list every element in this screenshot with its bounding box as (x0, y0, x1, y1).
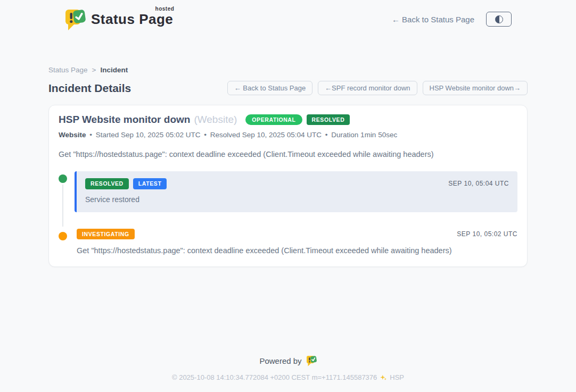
copyright-suffix: HSP (390, 373, 404, 381)
prev-incident-button[interactable]: ←SPF record monitor down (318, 81, 417, 95)
operational-status-badge: OPERATIONAL (245, 114, 302, 126)
brand-logo-link[interactable]: Status Page hosted (64, 7, 173, 31)
copyright-line: © 2025-10-08 14:10:34.772084 +0200 CEST … (0, 373, 576, 381)
incident-description: Get "https://hostedstatus.page": context… (59, 150, 517, 159)
incident-title: HSP Website monitor down (59, 114, 190, 126)
main-content: Status Page > Incident Incident Details … (48, 66, 528, 267)
incident-nav-buttons: ← Back to Status Page ←SPF record monito… (227, 81, 528, 95)
page-footer: Powered by © 2025-10-08 14:10:34.772084 … (0, 355, 576, 392)
meta-duration: Duration 1min 50sec (331, 131, 397, 139)
resolved-badge: RESOLVED (85, 178, 129, 189)
breadcrumb-incident: Incident (100, 66, 128, 74)
meta-service-name: Website (59, 131, 86, 139)
timeline-message: Service restored (85, 195, 509, 204)
copyright-text: © 2025-10-08 14:10:34.772084 +0200 CEST … (172, 373, 377, 381)
brand-logo-icon (64, 7, 86, 31)
timeline-highlight-box: RESOLVED LATEST SEP 10, 05:04 UTC Servic… (75, 171, 517, 212)
page-title: Incident Details (48, 82, 131, 95)
sparkles-icon (380, 374, 387, 381)
timeline-entry-investigating: INVESTIGATING SEP 10, 05:02 UTC Get "htt… (59, 229, 517, 255)
latest-badge: LATEST (133, 178, 167, 189)
breadcrumb-status-page[interactable]: Status Page (48, 66, 88, 74)
timeline-message: Get "https://hostedstatus.page": context… (77, 246, 517, 255)
header-back-to-status-page-link[interactable]: ← Back to Status Page (392, 15, 474, 24)
powered-by: Powered by (0, 355, 576, 366)
investigating-badge: INVESTIGATING (77, 229, 135, 240)
meta-started: Started Sep 10, 2025 05:02 UTC (96, 131, 201, 139)
timeline-dot-orange (59, 232, 67, 240)
incident-card: HSP Website monitor down (Website) OPERA… (48, 105, 528, 267)
theme-toggle-button[interactable] (486, 12, 512, 27)
brand-name: Status Page hosted (91, 11, 173, 28)
back-to-status-page-button[interactable]: ← Back to Status Page (227, 81, 312, 95)
timeline-dot-green (59, 174, 67, 183)
next-incident-button[interactable]: HSP Website monitor down→ (423, 81, 528, 95)
incident-timeline: RESOLVED LATEST SEP 10, 05:04 UTC Servic… (59, 171, 517, 255)
brand-logo-small-icon[interactable] (306, 355, 317, 366)
meta-separator: • (204, 131, 207, 139)
brand-superscript: hosted (155, 6, 175, 12)
meta-resolved: Resolved Sep 10, 2025 05:04 UTC (210, 131, 322, 139)
resolved-state-badge: RESOLVED (307, 114, 350, 126)
half-moon-icon (495, 15, 503, 23)
powered-by-label: Powered by (259, 356, 301, 365)
incident-meta: Website • Started Sep 10, 2025 05:02 UTC… (59, 131, 517, 139)
timeline-entry-resolved: RESOLVED LATEST SEP 10, 05:04 UTC Servic… (59, 171, 517, 212)
meta-separator: • (325, 131, 328, 139)
page-header: Status Page hosted ← Back to Status Page (48, 7, 528, 31)
breadcrumb-separator: > (92, 66, 96, 74)
breadcrumb: Status Page > Incident (48, 66, 528, 74)
timeline-timestamp: SEP 10, 05:04 UTC (448, 180, 509, 187)
incident-service-label: (Website) (194, 114, 237, 126)
timeline-timestamp: SEP 10, 05:02 UTC (457, 230, 517, 238)
meta-separator: • (89, 131, 92, 139)
